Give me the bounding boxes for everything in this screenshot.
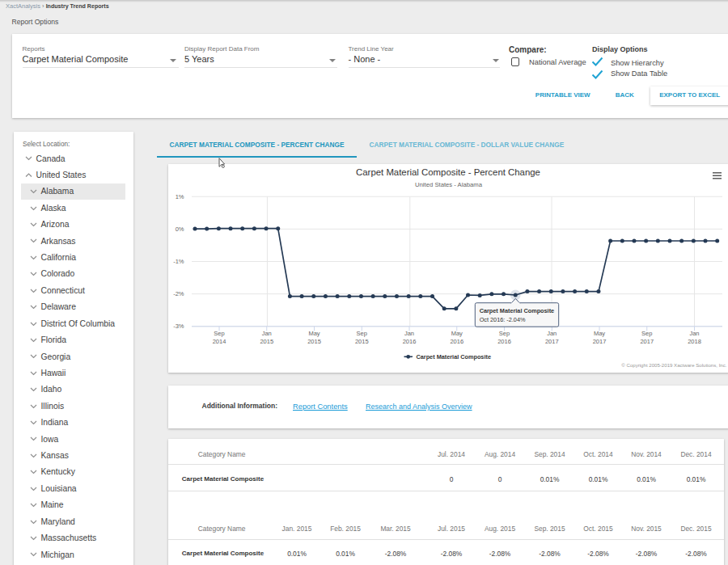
svg-text:© Copyright 2005-2019 Xactware: © Copyright 2005-2019 Xactware Solutions… xyxy=(621,362,726,368)
svg-text:Jan: Jan xyxy=(689,330,699,337)
svg-text:Jan: Jan xyxy=(404,330,414,337)
svg-text:Jan: Jan xyxy=(262,330,272,337)
svg-text:United States - Alabama: United States - Alabama xyxy=(415,181,483,188)
svg-text:May: May xyxy=(594,330,605,337)
svg-text:-1%: -1% xyxy=(173,258,184,265)
svg-text:May: May xyxy=(308,330,320,337)
svg-text:1%: 1% xyxy=(176,193,184,200)
svg-text:2017: 2017 xyxy=(593,338,607,345)
svg-text:Carpet Material Composite - Pe: Carpet Material Composite - Percent Chan… xyxy=(356,167,540,177)
svg-text:-2%: -2% xyxy=(173,290,184,297)
svg-text:2015: 2015 xyxy=(355,338,369,345)
svg-text:2016: 2016 xyxy=(450,338,463,345)
svg-text:2014: 2014 xyxy=(213,338,226,345)
svg-text:Jan: Jan xyxy=(547,330,557,337)
svg-text:Carpet Material Composite: Carpet Material Composite xyxy=(417,353,491,361)
svg-text:Carpet Material Composite: Carpet Material Composite xyxy=(480,307,554,314)
svg-text:May: May xyxy=(451,330,463,337)
svg-text:2017: 2017 xyxy=(640,338,654,345)
svg-text:-3%: -3% xyxy=(173,323,184,330)
svg-text:Sep: Sep xyxy=(214,330,224,337)
svg-text:0%: 0% xyxy=(176,226,184,233)
svg-text:2018: 2018 xyxy=(688,338,701,345)
svg-text:Sep: Sep xyxy=(641,330,652,337)
svg-text:2017: 2017 xyxy=(545,338,559,345)
svg-text:2015: 2015 xyxy=(260,338,273,345)
svg-text:2015: 2015 xyxy=(307,338,321,345)
svg-text:2016: 2016 xyxy=(497,338,511,345)
svg-text:2016: 2016 xyxy=(403,338,417,345)
svg-text:Oct 2016: -2.04%: Oct 2016: -2.04% xyxy=(480,316,526,323)
svg-text:Sep: Sep xyxy=(357,330,367,337)
svg-text:Sep: Sep xyxy=(499,330,510,337)
